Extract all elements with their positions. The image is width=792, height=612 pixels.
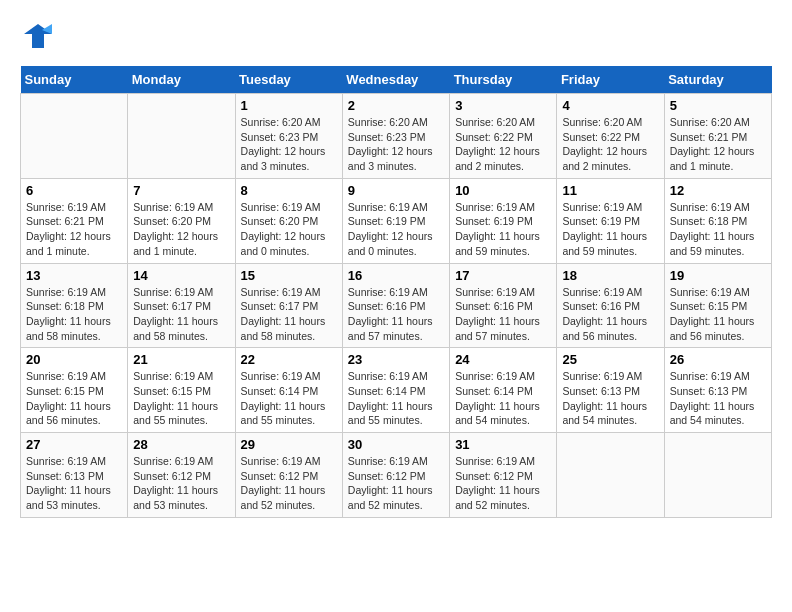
- day-number: 29: [241, 437, 337, 452]
- day-info: Sunrise: 6:19 AMSunset: 6:12 PMDaylight:…: [348, 454, 444, 513]
- page-header: [20, 20, 772, 56]
- day-number: 16: [348, 268, 444, 283]
- calendar-cell: 7Sunrise: 6:19 AMSunset: 6:20 PMDaylight…: [128, 178, 235, 263]
- day-info: Sunrise: 6:19 AMSunset: 6:18 PMDaylight:…: [26, 285, 122, 344]
- day-info: Sunrise: 6:19 AMSunset: 6:14 PMDaylight:…: [348, 369, 444, 428]
- calendar-cell: 4Sunrise: 6:20 AMSunset: 6:22 PMDaylight…: [557, 94, 664, 179]
- day-number: 8: [241, 183, 337, 198]
- day-info: Sunrise: 6:19 AMSunset: 6:13 PMDaylight:…: [562, 369, 658, 428]
- day-number: 11: [562, 183, 658, 198]
- calendar-cell: [664, 433, 771, 518]
- calendar-cell: 16Sunrise: 6:19 AMSunset: 6:16 PMDayligh…: [342, 263, 449, 348]
- day-number: 4: [562, 98, 658, 113]
- calendar-cell: 15Sunrise: 6:19 AMSunset: 6:17 PMDayligh…: [235, 263, 342, 348]
- calendar-cell: 25Sunrise: 6:19 AMSunset: 6:13 PMDayligh…: [557, 348, 664, 433]
- calendar-cell: 1Sunrise: 6:20 AMSunset: 6:23 PMDaylight…: [235, 94, 342, 179]
- day-info: Sunrise: 6:19 AMSunset: 6:13 PMDaylight:…: [670, 369, 766, 428]
- week-row-4: 20Sunrise: 6:19 AMSunset: 6:15 PMDayligh…: [21, 348, 772, 433]
- day-number: 18: [562, 268, 658, 283]
- day-number: 24: [455, 352, 551, 367]
- calendar-cell: 8Sunrise: 6:19 AMSunset: 6:20 PMDaylight…: [235, 178, 342, 263]
- calendar-cell: 20Sunrise: 6:19 AMSunset: 6:15 PMDayligh…: [21, 348, 128, 433]
- day-number: 14: [133, 268, 229, 283]
- day-number: 22: [241, 352, 337, 367]
- day-info: Sunrise: 6:19 AMSunset: 6:12 PMDaylight:…: [133, 454, 229, 513]
- week-row-2: 6Sunrise: 6:19 AMSunset: 6:21 PMDaylight…: [21, 178, 772, 263]
- day-info: Sunrise: 6:19 AMSunset: 6:19 PMDaylight:…: [562, 200, 658, 259]
- calendar-cell: 26Sunrise: 6:19 AMSunset: 6:13 PMDayligh…: [664, 348, 771, 433]
- logo: [20, 20, 62, 56]
- day-number: 23: [348, 352, 444, 367]
- day-info: Sunrise: 6:19 AMSunset: 6:14 PMDaylight:…: [455, 369, 551, 428]
- logo-icon: [20, 20, 56, 56]
- day-info: Sunrise: 6:19 AMSunset: 6:15 PMDaylight:…: [26, 369, 122, 428]
- day-info: Sunrise: 6:20 AMSunset: 6:22 PMDaylight:…: [455, 115, 551, 174]
- calendar-cell: 19Sunrise: 6:19 AMSunset: 6:15 PMDayligh…: [664, 263, 771, 348]
- day-number: 26: [670, 352, 766, 367]
- calendar-cell: 31Sunrise: 6:19 AMSunset: 6:12 PMDayligh…: [450, 433, 557, 518]
- day-number: 28: [133, 437, 229, 452]
- calendar-cell: [21, 94, 128, 179]
- calendar-cell: 5Sunrise: 6:20 AMSunset: 6:21 PMDaylight…: [664, 94, 771, 179]
- day-number: 21: [133, 352, 229, 367]
- day-number: 9: [348, 183, 444, 198]
- header-friday: Friday: [557, 66, 664, 94]
- day-number: 30: [348, 437, 444, 452]
- header-thursday: Thursday: [450, 66, 557, 94]
- week-row-5: 27Sunrise: 6:19 AMSunset: 6:13 PMDayligh…: [21, 433, 772, 518]
- day-number: 27: [26, 437, 122, 452]
- calendar-cell: 30Sunrise: 6:19 AMSunset: 6:12 PMDayligh…: [342, 433, 449, 518]
- day-info: Sunrise: 6:19 AMSunset: 6:16 PMDaylight:…: [455, 285, 551, 344]
- day-info: Sunrise: 6:19 AMSunset: 6:14 PMDaylight:…: [241, 369, 337, 428]
- calendar-cell: 21Sunrise: 6:19 AMSunset: 6:15 PMDayligh…: [128, 348, 235, 433]
- calendar-cell: 6Sunrise: 6:19 AMSunset: 6:21 PMDaylight…: [21, 178, 128, 263]
- day-number: 19: [670, 268, 766, 283]
- calendar-cell: 18Sunrise: 6:19 AMSunset: 6:16 PMDayligh…: [557, 263, 664, 348]
- header-monday: Monday: [128, 66, 235, 94]
- calendar-cell: 24Sunrise: 6:19 AMSunset: 6:14 PMDayligh…: [450, 348, 557, 433]
- day-info: Sunrise: 6:19 AMSunset: 6:21 PMDaylight:…: [26, 200, 122, 259]
- calendar-cell: 13Sunrise: 6:19 AMSunset: 6:18 PMDayligh…: [21, 263, 128, 348]
- day-number: 5: [670, 98, 766, 113]
- calendar-cell: 12Sunrise: 6:19 AMSunset: 6:18 PMDayligh…: [664, 178, 771, 263]
- day-info: Sunrise: 6:20 AMSunset: 6:23 PMDaylight:…: [241, 115, 337, 174]
- header-sunday: Sunday: [21, 66, 128, 94]
- day-number: 31: [455, 437, 551, 452]
- calendar-cell: 17Sunrise: 6:19 AMSunset: 6:16 PMDayligh…: [450, 263, 557, 348]
- day-info: Sunrise: 6:19 AMSunset: 6:19 PMDaylight:…: [348, 200, 444, 259]
- day-info: Sunrise: 6:19 AMSunset: 6:17 PMDaylight:…: [133, 285, 229, 344]
- week-row-1: 1Sunrise: 6:20 AMSunset: 6:23 PMDaylight…: [21, 94, 772, 179]
- header-wednesday: Wednesday: [342, 66, 449, 94]
- day-info: Sunrise: 6:19 AMSunset: 6:16 PMDaylight:…: [348, 285, 444, 344]
- calendar-cell: [128, 94, 235, 179]
- day-number: 1: [241, 98, 337, 113]
- day-info: Sunrise: 6:19 AMSunset: 6:20 PMDaylight:…: [133, 200, 229, 259]
- day-info: Sunrise: 6:19 AMSunset: 6:15 PMDaylight:…: [670, 285, 766, 344]
- day-number: 6: [26, 183, 122, 198]
- day-info: Sunrise: 6:19 AMSunset: 6:19 PMDaylight:…: [455, 200, 551, 259]
- day-number: 2: [348, 98, 444, 113]
- day-info: Sunrise: 6:19 AMSunset: 6:15 PMDaylight:…: [133, 369, 229, 428]
- header-tuesday: Tuesday: [235, 66, 342, 94]
- calendar-cell: 14Sunrise: 6:19 AMSunset: 6:17 PMDayligh…: [128, 263, 235, 348]
- calendar-cell: [557, 433, 664, 518]
- header-saturday: Saturday: [664, 66, 771, 94]
- day-number: 10: [455, 183, 551, 198]
- week-row-3: 13Sunrise: 6:19 AMSunset: 6:18 PMDayligh…: [21, 263, 772, 348]
- day-number: 25: [562, 352, 658, 367]
- calendar-cell: 27Sunrise: 6:19 AMSunset: 6:13 PMDayligh…: [21, 433, 128, 518]
- calendar-cell: 22Sunrise: 6:19 AMSunset: 6:14 PMDayligh…: [235, 348, 342, 433]
- calendar-cell: 11Sunrise: 6:19 AMSunset: 6:19 PMDayligh…: [557, 178, 664, 263]
- day-info: Sunrise: 6:19 AMSunset: 6:20 PMDaylight:…: [241, 200, 337, 259]
- day-number: 12: [670, 183, 766, 198]
- day-info: Sunrise: 6:19 AMSunset: 6:13 PMDaylight:…: [26, 454, 122, 513]
- day-info: Sunrise: 6:19 AMSunset: 6:12 PMDaylight:…: [455, 454, 551, 513]
- day-info: Sunrise: 6:19 AMSunset: 6:16 PMDaylight:…: [562, 285, 658, 344]
- day-info: Sunrise: 6:20 AMSunset: 6:21 PMDaylight:…: [670, 115, 766, 174]
- day-number: 13: [26, 268, 122, 283]
- day-number: 15: [241, 268, 337, 283]
- calendar-cell: 29Sunrise: 6:19 AMSunset: 6:12 PMDayligh…: [235, 433, 342, 518]
- calendar-cell: 9Sunrise: 6:19 AMSunset: 6:19 PMDaylight…: [342, 178, 449, 263]
- day-info: Sunrise: 6:20 AMSunset: 6:22 PMDaylight:…: [562, 115, 658, 174]
- calendar-cell: 3Sunrise: 6:20 AMSunset: 6:22 PMDaylight…: [450, 94, 557, 179]
